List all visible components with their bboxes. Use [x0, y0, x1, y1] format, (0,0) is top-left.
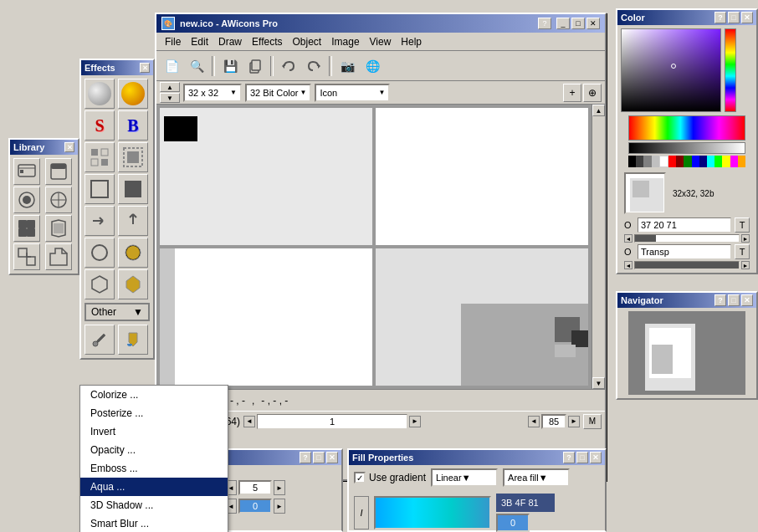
nav-help-button[interactable]: ?	[714, 294, 726, 306]
effect-arrow-right-button[interactable]	[85, 206, 115, 236]
copy-button[interactable]	[243, 54, 267, 78]
lib-btn-3[interactable]	[13, 187, 40, 213]
menu-effects[interactable]: Effects	[247, 34, 287, 49]
effect-arrow-up-button[interactable]	[118, 206, 148, 236]
lib-btn-7[interactable]	[13, 243, 40, 270]
arrow-up-button[interactable]: ▲	[160, 82, 180, 92]
menu-opacity[interactable]: Opacity ...	[80, 441, 228, 459]
menu-aqua[interactable]: Aqua ...	[80, 478, 228, 496]
fill-italic-btn[interactable]: I	[354, 496, 369, 529]
other-dropdown-button[interactable]: Other ▼	[85, 303, 150, 321]
hue-bar[interactable]	[725, 28, 736, 112]
swatch-black[interactable]	[628, 156, 636, 167]
effect-sphere-color-button[interactable]	[118, 79, 148, 109]
effect-gem-button[interactable]	[118, 269, 148, 299]
menu-colorize[interactable]: Colorize ...	[80, 386, 228, 404]
new-file-button[interactable]: 📄	[160, 54, 183, 78]
menu-draw[interactable]: Draw	[213, 34, 247, 49]
prop-close-button[interactable]: ✕	[326, 452, 338, 463]
effect-filled-circle-button[interactable]	[118, 238, 148, 268]
lib-btn-5[interactable]	[13, 215, 40, 242]
canvas-bottom-left[interactable]	[160, 248, 372, 386]
color-help-button[interactable]: ?	[714, 12, 726, 23]
color-close-button[interactable]: ✕	[741, 12, 753, 23]
mode-dropdown[interactable]: Icon ▼	[315, 84, 390, 102]
menu-image[interactable]: Image	[326, 34, 364, 49]
swatch-white[interactable]	[659, 156, 668, 167]
swatch-light-gray[interactable]	[652, 156, 659, 167]
swatch-bright-green[interactable]	[714, 156, 722, 167]
effect-filled-button[interactable]	[118, 174, 148, 204]
canvas-top-right[interactable]	[376, 108, 588, 245]
eyedropper-button[interactable]	[85, 325, 115, 355]
size-dropdown[interactable]: 32 x 32 ▼	[183, 84, 242, 102]
color-full-spectrum[interactable]	[628, 115, 745, 141]
camera-button[interactable]: 📷	[335, 54, 359, 78]
effect-border-button[interactable]	[85, 174, 115, 204]
prop-help-button[interactable]: ?	[300, 452, 311, 463]
menu-object[interactable]: Object	[288, 34, 327, 49]
effect-pattern1-button[interactable]	[85, 142, 115, 172]
bit-color-dropdown[interactable]: 32 Bit Color ▼	[245, 84, 311, 102]
menu-invert[interactable]: Invert	[80, 422, 228, 441]
gradient-preview[interactable]	[374, 496, 491, 529]
swatch-gray[interactable]	[643, 156, 651, 167]
swatch-magenta[interactable]	[730, 156, 738, 167]
help-button[interactable]: ?	[538, 18, 551, 29]
menu-edit[interactable]: Edit	[186, 34, 213, 49]
canvas-bottom-right[interactable]	[376, 248, 588, 386]
brush-right-increment[interactable]: ►	[568, 416, 580, 427]
prop-options-button[interactable]: □	[313, 452, 325, 463]
color-options-button[interactable]: □	[728, 12, 740, 23]
color-value-2[interactable]: Transp	[638, 244, 731, 259]
effect-b-button[interactable]: B	[118, 110, 148, 141]
brush-right-decrement[interactable]: ◄	[528, 416, 540, 427]
close-button[interactable]: ✕	[586, 18, 600, 29]
swatch-red[interactable]	[668, 156, 676, 167]
swatch-cyan[interactable]	[707, 156, 714, 167]
area-fill-dropdown[interactable]: Area fill ▼	[503, 468, 570, 487]
slider-left-btn-2[interactable]: ◄	[624, 261, 633, 269]
lib-btn-4[interactable]	[45, 187, 72, 213]
nav-close-button[interactable]: ✕	[741, 294, 753, 306]
redo-button[interactable]	[302, 54, 325, 78]
effect-s-button[interactable]: S	[85, 110, 115, 141]
undo-button[interactable]	[277, 54, 300, 78]
swatch-dark-gray[interactable]	[636, 156, 643, 167]
nav-option-button[interactable]: ⊕	[583, 84, 602, 102]
menu-emboss[interactable]: Emboss ...	[80, 459, 228, 478]
lib-btn-8[interactable]	[45, 243, 72, 270]
arrow-down-button[interactable]: ▼	[160, 93, 180, 103]
slider-track-2[interactable]	[634, 261, 740, 269]
library-close-button[interactable]: ✕	[64, 142, 74, 152]
scroll-up-button[interactable]: ▲	[592, 105, 605, 116]
lib-btn-6[interactable]	[45, 215, 72, 242]
color-grayscale-bar[interactable]	[628, 142, 745, 154]
m-button[interactable]: M	[583, 414, 602, 429]
zoom-button[interactable]: 🔍	[185, 54, 208, 78]
fill-options-button[interactable]: □	[576, 452, 588, 463]
effect-hexagon-button[interactable]	[85, 269, 115, 299]
fill-close-button[interactable]: ✕	[590, 452, 602, 463]
menu-file[interactable]: File	[160, 34, 186, 49]
effects-close-button[interactable]: ✕	[140, 63, 150, 73]
effect-circle-button[interactable]	[85, 238, 115, 268]
gradient-type-dropdown[interactable]: Linear ▼	[431, 468, 498, 487]
fill-help-button[interactable]: ?	[563, 452, 575, 463]
slider-left-btn-1[interactable]: ◄	[624, 234, 633, 243]
save-button[interactable]: 💾	[218, 54, 242, 78]
canvas-top-left[interactable]	[160, 108, 372, 245]
nav-options-button[interactable]: □	[728, 294, 740, 306]
menu-help[interactable]: Help	[396, 34, 427, 49]
menu-view[interactable]: View	[365, 34, 397, 49]
menu-smartblur[interactable]: Smart Blur ...	[80, 514, 228, 532]
color-gradient-area[interactable]	[621, 28, 721, 112]
brush-decrement-button[interactable]: ◄	[243, 416, 255, 427]
lib-btn-1[interactable]	[13, 158, 40, 185]
color-value-1[interactable]: 37 20 71	[638, 217, 731, 233]
slider-right-btn-1[interactable]: ►	[741, 234, 750, 243]
maximize-button[interactable]: □	[571, 18, 585, 29]
swatch-blue[interactable]	[692, 156, 699, 167]
scroll-down-button[interactable]: ▼	[592, 377, 605, 389]
menu-3dshadow[interactable]: 3D Shadow ...	[80, 496, 228, 514]
